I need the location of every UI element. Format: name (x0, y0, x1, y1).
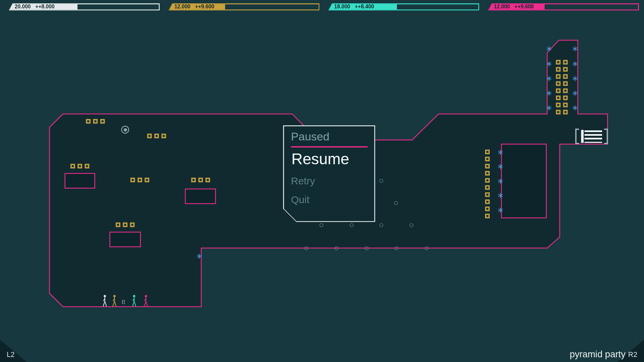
drone-icon (572, 90, 578, 96)
exit-door (575, 129, 608, 144)
gold-piece (485, 214, 490, 219)
gold-piece (485, 164, 490, 169)
gold-piece (147, 134, 152, 138)
pause-menu-panel: Paused ResumeRetryQuit (284, 126, 374, 221)
player-figure-1 (102, 294, 108, 307)
right-trigger-label: R2 (628, 351, 637, 359)
door-panel (581, 130, 584, 143)
gold-piece (145, 178, 149, 182)
gold-piece (206, 178, 210, 182)
hud-score-value: 18.000 (334, 4, 350, 10)
drone-icon (498, 207, 503, 213)
mine (410, 223, 413, 227)
gold-piece (556, 88, 561, 93)
respawn-marker: [] (122, 299, 125, 304)
gold-piece (563, 81, 568, 86)
hud-bar-text: 20.000++8.000 (15, 3, 55, 10)
gold-piece (556, 96, 561, 100)
game-stage: [] 20.000++8.00012.000++9.60018.000++8.4… (0, 0, 644, 362)
menu-item-quit[interactable]: Quit (291, 194, 375, 206)
hud-score-value: 12.000 (174, 4, 191, 10)
drone-icon (498, 164, 503, 169)
gold-piece (563, 110, 568, 115)
drone-icon (546, 61, 552, 66)
level-name: pyramid party (570, 349, 626, 360)
mine (379, 223, 383, 227)
gold-piece (556, 103, 561, 107)
gold-piece (93, 119, 98, 124)
gold-piece (130, 178, 135, 182)
gold-piece (138, 178, 142, 182)
hud-bonus-value: ++9.600 (515, 4, 534, 10)
drone-icon (546, 46, 552, 51)
mine (425, 246, 428, 250)
pause-menu: Paused ResumeRetryQuit (283, 125, 375, 222)
gold-piece (116, 223, 120, 227)
hud-bonus-value: ++9.600 (195, 4, 214, 10)
hud-bar-text: 12.000++9.600 (494, 3, 534, 10)
drone-icon (572, 46, 578, 51)
gold-piece (85, 164, 90, 169)
hud-bar-text: 18.000++8.400 (334, 3, 374, 10)
drone-icon (572, 75, 578, 81)
player-figure-4 (143, 294, 149, 307)
gold-piece (556, 81, 561, 86)
left-trigger-label: L2 (7, 351, 15, 359)
gold-piece (563, 74, 568, 79)
mine (394, 201, 398, 205)
pause-menu-title: Paused (291, 130, 375, 143)
player-figure-3 (131, 294, 137, 307)
gold-piece (123, 223, 127, 227)
hud-bar-player-3: 18.000++8.400 (328, 3, 479, 10)
gold-piece (485, 149, 490, 154)
mine (394, 246, 398, 250)
gold-piece (154, 134, 159, 138)
gold-piece (485, 192, 490, 197)
hud-bonus-value: ++8.000 (35, 4, 54, 10)
mine (335, 246, 338, 250)
mine (320, 223, 323, 227)
drone-icon (498, 192, 503, 198)
gold-piece (556, 74, 561, 79)
drone-icon (498, 149, 503, 155)
drone-icon (197, 253, 202, 258)
gold-piece (100, 119, 105, 124)
gold-piece (86, 119, 91, 124)
door-bracket-right (604, 129, 608, 144)
hud-bar-player-2: 12.000++9.600 (169, 3, 320, 10)
menu-item-resume[interactable]: Resume (291, 150, 375, 168)
gold-piece (556, 60, 561, 65)
menu-item-retry[interactable]: Retry (291, 175, 375, 187)
gold-piece (485, 178, 490, 183)
gold-piece (556, 110, 561, 115)
hud-bonus-value: ++8.400 (355, 4, 374, 10)
hud-score-value: 12.000 (494, 4, 510, 10)
mine (379, 179, 383, 183)
gold-piece (485, 206, 490, 211)
mine (305, 246, 308, 250)
hud-bar-player-1: 20.000++8.000 (9, 3, 160, 10)
hud-bar-text: 12.000++9.600 (174, 3, 214, 10)
gold-piece (563, 96, 568, 100)
gold-piece (485, 199, 490, 204)
gold-piece (563, 60, 568, 65)
player-figure-2 (112, 294, 118, 307)
gold-piece (191, 178, 196, 182)
gold-piece (485, 171, 490, 176)
player-hud: 20.000++8.00012.000++9.60018.000++8.4001… (0, 0, 644, 14)
gold-piece (485, 157, 490, 162)
gold-piece (485, 185, 490, 190)
door-stripes (585, 130, 602, 143)
drone-icon (546, 75, 552, 81)
gold-piece (130, 223, 135, 227)
drone-icon (572, 61, 578, 66)
gold-piece (563, 67, 568, 72)
hud-bar-player-4: 12.000++9.600 (488, 3, 639, 10)
hud-score-value: 20.000 (15, 4, 31, 10)
gold-piece (161, 134, 166, 138)
gold-piece (77, 164, 82, 169)
mine (350, 223, 354, 227)
gold-piece (70, 164, 75, 169)
gold-piece (563, 103, 568, 107)
drone-icon (546, 90, 552, 96)
